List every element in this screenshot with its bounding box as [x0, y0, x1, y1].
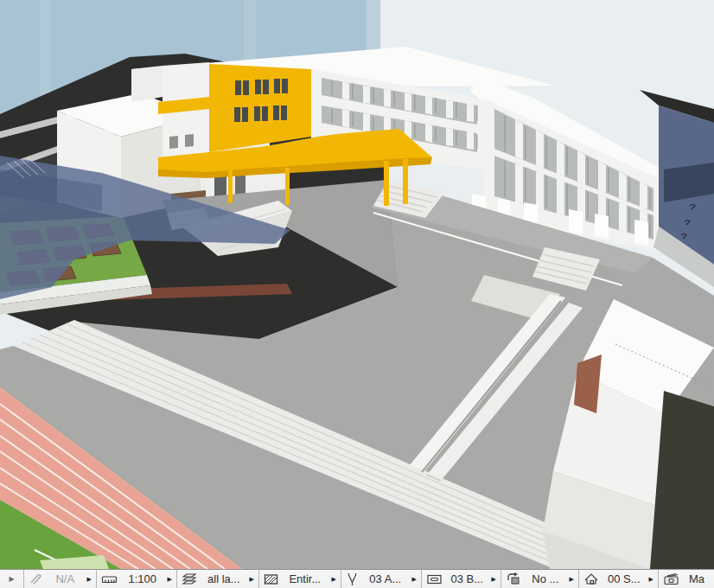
- ruler-icon: [101, 573, 118, 585]
- layers-icon: [182, 572, 198, 585]
- 3d-style-value: Ma: [684, 572, 710, 585]
- layer-combination-control[interactable]: all la... ▶: [177, 570, 259, 588]
- pen-set-value: 03 A...: [362, 572, 409, 585]
- camera-icon: [663, 572, 680, 585]
- flyout-arrow-icon: ▶: [87, 576, 92, 582]
- floor-plan-cut-plane-control[interactable]: N/A ▶: [24, 570, 97, 588]
- framed-box-icon: [426, 573, 443, 585]
- flyout-arrow-icon: ▶: [250, 576, 254, 582]
- 3d-style-control[interactable]: Ma: [659, 570, 714, 588]
- model-view-options-value: 03 B...: [446, 572, 488, 585]
- partial-structure-value: Entir...: [282, 572, 328, 585]
- override-arrow-icon: [506, 572, 521, 585]
- graphic-override-value: No ...: [525, 572, 566, 585]
- renovation-filter-value: 00 S...: [602, 572, 646, 585]
- hatched-box-icon: [264, 573, 278, 585]
- renovation-filter-control[interactable]: 00 S... ▶: [579, 570, 659, 588]
- flyout-arrow-icon: ▶: [412, 576, 417, 582]
- layer-combination-value: all la...: [201, 572, 246, 585]
- graphic-override-control[interactable]: No ... ▶: [501, 570, 579, 588]
- flyout-arrow-icon: ▶: [332, 576, 336, 582]
- pen-set-control[interactable]: 03 A... ▶: [341, 570, 422, 588]
- partial-structure-control[interactable]: Entir... ▶: [259, 570, 341, 588]
- scale-control[interactable]: 1:100 ▶: [97, 570, 177, 588]
- quick-options-bar: ▶ N/A ▶ 1:100 ▶ all la... ▶: [0, 569, 714, 588]
- cut-plane-icon: [29, 572, 43, 585]
- house-icon: [583, 572, 599, 585]
- 3d-viewport[interactable]: [0, 0, 714, 569]
- flyout-arrow-icon: ▶: [168, 576, 172, 582]
- application-window: ▶ N/A ▶ 1:100 ▶ all la... ▶: [0, 0, 714, 588]
- flyout-arrow-icon: ▶: [570, 576, 574, 582]
- statusbar-expander-button[interactable]: ▶: [0, 570, 24, 588]
- pen-nib-icon: [346, 572, 359, 586]
- flyout-arrow-icon: ▶: [492, 576, 496, 582]
- cut-plane-value: N/A: [47, 572, 84, 585]
- flyout-arrow-icon: ▶: [649, 576, 653, 582]
- model-view-options-control[interactable]: 03 B... ▶: [422, 570, 501, 588]
- chevron-right-icon: ▶: [9, 576, 14, 583]
- scale-value: 1:100: [121, 572, 164, 585]
